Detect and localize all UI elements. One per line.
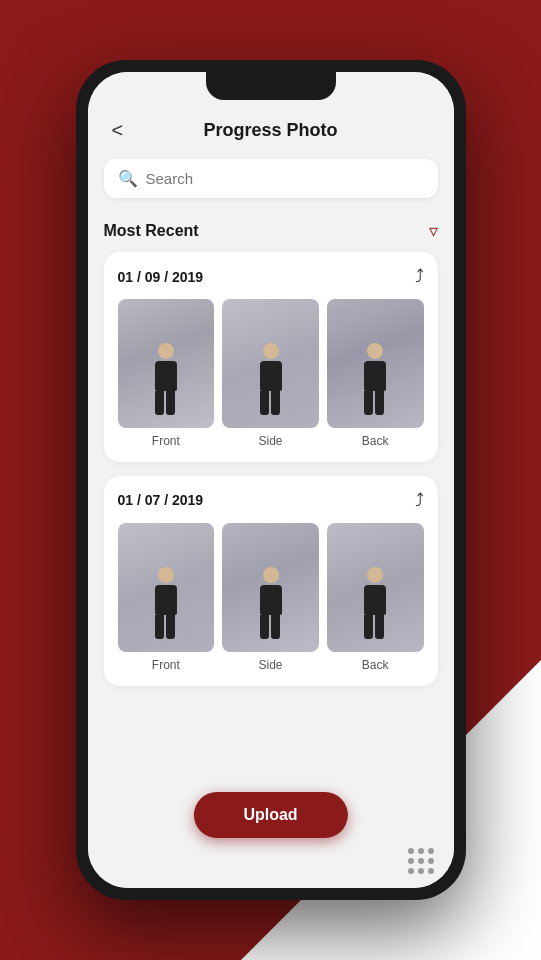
card-header-2: 01 / 07 / 2019 ⤴ (118, 490, 424, 511)
photo-label-side-1: Side (258, 434, 282, 448)
upload-button-container: Upload (193, 792, 347, 838)
share-icon-1[interactable]: ⤴ (415, 266, 424, 287)
photo-side-1[interactable] (222, 299, 319, 428)
dot-7 (408, 868, 414, 874)
photo-item-front-2: Front (118, 523, 215, 672)
dot-2 (418, 848, 424, 854)
photo-card-1: 01 / 09 / 2019 ⤴ F (104, 252, 438, 462)
search-icon: 🔍 (118, 169, 138, 188)
section-title: Most Recent (104, 222, 199, 240)
photo-label-back-2: Back (362, 658, 389, 672)
scroll-area: Most Recent ▿ 01 / 09 / 2019 ⤴ (88, 208, 454, 888)
photo-front-2[interactable] (118, 523, 215, 652)
photo-item-back-1: Back (327, 299, 424, 448)
screen-content: < Progress Photo 🔍 Most Recent ▿ (88, 72, 454, 888)
upload-button[interactable]: Upload (193, 792, 347, 838)
header: < Progress Photo (88, 108, 454, 149)
dot-8 (418, 868, 424, 874)
section-header: Most Recent ▿ (104, 212, 438, 252)
photo-item-front-1: Front (118, 299, 215, 448)
search-container: 🔍 (88, 149, 454, 208)
photo-label-front-1: Front (152, 434, 180, 448)
dot-9 (428, 868, 434, 874)
notch (206, 72, 336, 100)
photo-back-2[interactable] (327, 523, 424, 652)
photo-item-side-1: Side (222, 299, 319, 448)
dot-3 (428, 848, 434, 854)
photo-back-1[interactable] (327, 299, 424, 428)
dot-5 (418, 858, 424, 864)
search-box: 🔍 (104, 159, 438, 198)
phone-frame: < Progress Photo 🔍 Most Recent ▿ (76, 60, 466, 900)
photo-card-2: 01 / 07 / 2019 ⤴ F (104, 476, 438, 686)
photo-item-side-2: Side (222, 523, 319, 672)
photo-item-back-2: Back (327, 523, 424, 672)
search-input[interactable] (146, 170, 424, 187)
photo-label-front-2: Front (152, 658, 180, 672)
dot-4 (408, 858, 414, 864)
photo-front-1[interactable] (118, 299, 215, 428)
card-header-1: 01 / 09 / 2019 ⤴ (118, 266, 424, 287)
share-icon-2[interactable]: ⤴ (415, 490, 424, 511)
back-button[interactable]: < (104, 115, 132, 146)
filter-icon[interactable]: ▿ (429, 220, 438, 242)
photo-label-side-2: Side (258, 658, 282, 672)
dot-6 (428, 858, 434, 864)
photo-side-2[interactable] (222, 523, 319, 652)
photos-row-1: Front Side (118, 299, 424, 448)
dot-1 (408, 848, 414, 854)
photo-label-back-1: Back (362, 434, 389, 448)
phone-screen: < Progress Photo 🔍 Most Recent ▿ (88, 72, 454, 888)
card-date-2: 01 / 07 / 2019 (118, 492, 204, 508)
bottom-bar (408, 848, 434, 874)
page-title: Progress Photo (203, 120, 337, 141)
photos-row-2: Front Side (118, 523, 424, 672)
grid-dots-icon[interactable] (408, 848, 434, 874)
card-date-1: 01 / 09 / 2019 (118, 269, 204, 285)
